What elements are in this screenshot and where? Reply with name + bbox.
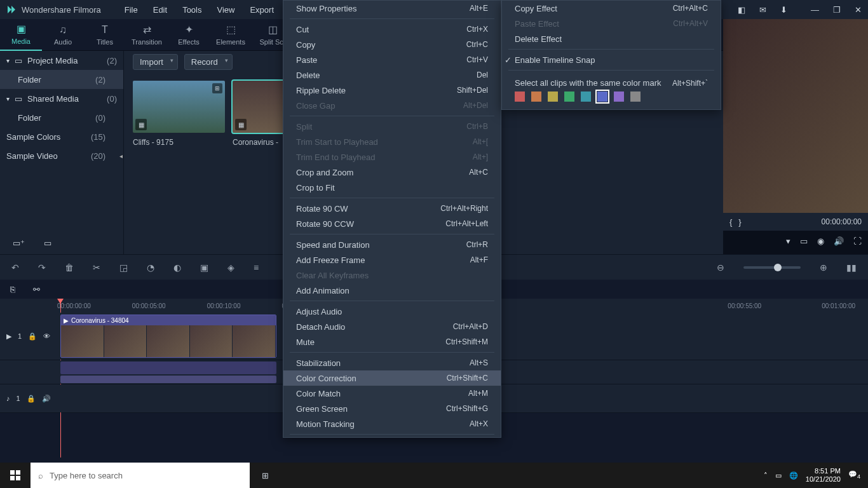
tab-titles[interactable]: TTitles — [84, 19, 126, 51]
fullscreen-icon[interactable]: ⛶ — [853, 236, 862, 246]
tab-transition[interactable]: ⇄Transition — [126, 19, 168, 51]
zoom-fit-icon[interactable]: ▮▮ — [846, 262, 857, 273]
cm-rotate-cw[interactable]: Rotate 90 CWCtrl+Alt+Right — [283, 201, 501, 216]
sidebar-sample-video[interactable]: Sample Video (20) — [0, 146, 123, 165]
cm-mute[interactable]: MuteCtrl+Shift+M — [283, 334, 501, 349]
zoom-slider[interactable] — [743, 266, 801, 269]
cm-delete[interactable]: DeleteDel — [283, 67, 501, 83]
color-swatch-teal[interactable] — [581, 92, 591, 102]
sidebar-folder-2[interactable]: Folder (0) — [0, 108, 123, 127]
timeline-clip[interactable]: ▶Coronavirus - 34804 — [60, 315, 276, 358]
sidebar-project-media[interactable]: ▾ ▭ Project Media (2) — [0, 51, 123, 70]
record-dropdown[interactable]: Record — [184, 54, 233, 70]
network-icon[interactable]: 🌐 — [789, 471, 798, 480]
color-swatch-yellow[interactable] — [548, 92, 558, 102]
taskbar-search[interactable]: ⌕Type here to search — [31, 463, 250, 488]
folder-icon[interactable]: ▭ — [44, 238, 51, 248]
cm-show-properties[interactable]: Show PropertiesAlt+E — [283, 1, 501, 16]
cm-cut[interactable]: CutCtrl+X — [283, 22, 501, 37]
sidebar-shared-media[interactable]: ▾ ▭ Shared Media (0) — [0, 89, 123, 108]
cm-animation[interactable]: Add Animation — [283, 283, 501, 298]
zoom-out-icon[interactable]: ⊖ — [717, 262, 724, 273]
color-swatch-blue[interactable] — [597, 92, 607, 102]
delete-icon[interactable]: 🗑 — [65, 262, 74, 273]
notification-icon[interactable]: ◧ — [738, 5, 745, 15]
battery-icon[interactable]: ▭ — [775, 471, 782, 480]
color-swatch-purple[interactable] — [614, 92, 624, 102]
cm-motion-tracking[interactable]: Motion TrackingAlt+X — [283, 416, 501, 431]
cm-freeze[interactable]: Add Freeze FrameAlt+F — [283, 252, 501, 268]
lock-icon[interactable]: 🔒 — [28, 332, 37, 341]
quality-dropdown[interactable]: ▾ — [786, 236, 790, 246]
cm-color-correction[interactable]: Color CorrectionCtrl+Shift+C — [283, 370, 501, 386]
add-icon[interactable]: ▦ — [235, 119, 247, 130]
notification-center-icon[interactable]: 💬4 — [848, 470, 860, 480]
redo-icon[interactable]: ↷ — [38, 262, 46, 273]
video-track-head[interactable]: ▶1 🔒 👁 — [0, 313, 57, 360]
cm-copy[interactable]: CopyCtrl+C — [283, 37, 501, 52]
cm-copy-effect[interactable]: Copy EffectCtrl+Alt+C — [502, 1, 721, 16]
cm-speed[interactable]: Speed and DurationCtrl+R — [283, 237, 501, 252]
color-icon[interactable]: ◐ — [173, 262, 181, 273]
cm-green-screen[interactable]: Green ScreenCtrl+Shift+G — [283, 401, 501, 416]
settings-icon[interactable]: ≡ — [254, 262, 259, 273]
cm-detach-audio[interactable]: Detach AudioCtrl+Alt+D — [283, 319, 501, 334]
linked-audio-clip-2[interactable] — [60, 376, 276, 383]
splitter-handle[interactable]: ◂ — [119, 152, 123, 159]
zoom-in-icon[interactable]: ⊕ — [820, 262, 827, 273]
tray-up-icon[interactable]: ˄ — [764, 471, 768, 480]
cm-color-match[interactable]: Color MatchAlt+M — [283, 386, 501, 401]
brace-out[interactable]: } — [738, 217, 741, 227]
audio-track-head[interactable]: ♪1 🔒 🔊 — [0, 384, 57, 412]
display-icon[interactable]: ▭ — [800, 236, 808, 246]
add-icon[interactable]: ▦ — [135, 119, 147, 130]
cm-ripple-delete[interactable]: Ripple DeleteShift+Del — [283, 83, 501, 98]
menu-edit[interactable]: Edit — [146, 1, 175, 18]
import-dropdown[interactable]: Import — [133, 54, 178, 70]
maximize-button[interactable]: ❐ — [833, 5, 841, 15]
color-swatch-green[interactable] — [564, 92, 574, 102]
start-button[interactable] — [0, 463, 31, 488]
sidebar-sample-colors[interactable]: Sample Colors (15) — [0, 127, 123, 146]
speaker-icon[interactable]: 🔊 — [42, 395, 51, 403]
download-icon[interactable]: ⬇ — [780, 5, 787, 15]
add-folder-icon[interactable]: ▭⁺ — [13, 238, 25, 248]
linked-audio-clip[interactable] — [60, 362, 276, 374]
cm-rotate-ccw[interactable]: Rotate 90 CCWCtrl+Alt+Left — [283, 216, 501, 231]
cm-delete-effect[interactable]: Delete Effect — [502, 31, 721, 46]
preview-viewport[interactable] — [723, 19, 868, 213]
close-button[interactable]: ✕ — [855, 5, 862, 15]
volume-icon[interactable]: 🔊 — [834, 236, 844, 246]
taskbar-clock[interactable]: 8:51 PM10/21/2020 — [806, 467, 841, 484]
menu-export[interactable]: Export — [242, 1, 281, 18]
cut-icon[interactable]: ✂ — [93, 262, 100, 273]
cm-crop-zoom[interactable]: Crop and ZoomAlt+C — [283, 165, 501, 180]
snapshot-icon[interactable]: ◉ — [817, 236, 824, 246]
eye-icon[interactable]: 👁 — [43, 332, 50, 340]
menu-view[interactable]: View — [209, 1, 242, 18]
timeline-copy-icon[interactable]: ⎘ — [10, 285, 15, 294]
mail-icon[interactable]: ✉ — [759, 5, 766, 15]
brace-in[interactable]: { — [729, 217, 732, 227]
tab-effects[interactable]: ✦Effects — [168, 19, 210, 51]
sidebar-folder-1[interactable]: Folder (2) — [0, 70, 123, 89]
cm-timeline-snap[interactable]: ✓Enable Timeline Snap — [502, 52, 721, 67]
cm-crop-fit[interactable]: Crop to Fit — [283, 180, 501, 195]
menu-file[interactable]: File — [117, 1, 146, 18]
tab-media[interactable]: ▣Media — [0, 19, 42, 51]
timeline-link-icon[interactable]: ⚯ — [33, 285, 40, 294]
color-swatch-gray[interactable] — [630, 92, 641, 102]
greenscreen-icon[interactable]: ▣ — [200, 262, 208, 273]
keyframe-icon[interactable]: ◈ — [227, 262, 234, 273]
undo-icon[interactable]: ↶ — [11, 262, 19, 273]
tab-elements[interactable]: ⬚Elements — [210, 19, 252, 51]
cm-paste[interactable]: PasteCtrl+V — [283, 52, 501, 67]
color-swatch-red[interactable] — [515, 92, 525, 102]
tab-audio[interactable]: ♫Audio — [42, 19, 84, 51]
lock-icon[interactable]: 🔒 — [27, 395, 36, 403]
color-swatch-orange[interactable] — [531, 92, 541, 102]
speed-icon[interactable]: ◔ — [147, 262, 154, 273]
cm-stabilization[interactable]: StabilizationAlt+S — [283, 355, 501, 370]
media-thumb-cliffs[interactable]: ▦⊞ Cliffs - 9175 — [133, 81, 225, 147]
menu-tools[interactable]: Tools — [175, 1, 209, 18]
